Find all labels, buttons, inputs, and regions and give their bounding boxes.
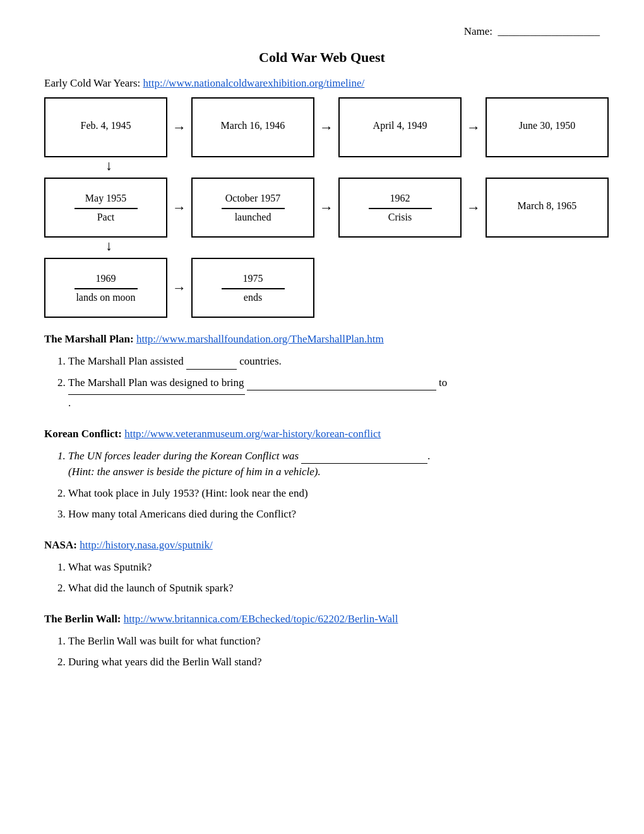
timeline-row-2: May 1955 Pact → October 1957 launched → … <box>44 178 600 238</box>
timeline-box-2b: October 1957 launched <box>191 178 314 238</box>
berlin-wall-questions: The Berlin Wall was built for what funct… <box>68 633 600 670</box>
arrow-right-5: → <box>319 200 333 216</box>
early-cold-war-label: Early Cold War Years: <box>44 77 140 89</box>
berlin-wall-link[interactable]: http://www.britannica.com/EBchecked/topi… <box>124 613 398 625</box>
korean-conflict-link[interactable]: http://www.veteranmuseum.org/war-history… <box>124 428 381 440</box>
berlin-wall-section: The Berlin Wall: http://www.britannica.c… <box>44 613 600 670</box>
down-connector-2: ↓ <box>105 238 600 258</box>
berlin-wall-label: The Berlin Wall: <box>44 613 121 625</box>
nasa-q1: What was Sputnik? <box>68 559 600 576</box>
early-cold-war-section: Early Cold War Years: http://www.nationa… <box>44 77 600 318</box>
korean-conflict-section: Korean Conflict: http://www.veteranmuseu… <box>44 428 600 523</box>
berlin-wall-q2: During what years did the Berlin Wall st… <box>68 654 600 670</box>
early-cold-war-link[interactable]: http://www.nationalcoldwarexhibition.org… <box>143 77 365 89</box>
name-line: Name: ___________________ <box>44 25 600 38</box>
nasa-section: NASA: http://history.nasa.gov/sputnik/ W… <box>44 539 600 596</box>
nasa-link[interactable]: http://history.nasa.gov/sputnik/ <box>80 539 212 551</box>
marshall-plan-header: The Marshall Plan: http://www.marshallfo… <box>44 333 600 346</box>
marshall-plan-questions: The Marshall Plan assisted countries. Th… <box>68 353 600 411</box>
marshall-plan-q2: The Marshall Plan was designed to bring … <box>68 375 600 411</box>
korean-conflict-q1: The UN forces leader during the Korean C… <box>68 448 600 480</box>
marshall-plan-link[interactable]: http://www.marshallfoundation.org/TheMar… <box>136 333 384 345</box>
timeline-box-3a: 1969 lands on moon <box>44 258 167 318</box>
marshall-plan-section: The Marshall Plan: http://www.marshallfo… <box>44 333 600 411</box>
korean-conflict-label: Korean Conflict: <box>44 428 122 440</box>
timeline-box-1a: Feb. 4, 1945 <box>44 97 167 157</box>
arrow-right-7: → <box>172 280 186 296</box>
nasa-header: NASA: http://history.nasa.gov/sputnik/ <box>44 539 600 552</box>
early-cold-war-header: Early Cold War Years: http://www.nationa… <box>44 77 600 90</box>
name-label: Name: <box>464 25 492 37</box>
korean-conflict-header: Korean Conflict: http://www.veteranmuseu… <box>44 428 600 440</box>
timeline-box-2a: May 1955 Pact <box>44 178 167 238</box>
marshall-plan-q1: The Marshall Plan assisted countries. <box>68 353 600 370</box>
timeline-box-1d: June 30, 1950 <box>486 97 609 157</box>
korean-conflict-q2: What took place in July 1953? (Hint: loo… <box>68 485 600 502</box>
arrow-right-3: → <box>467 119 480 136</box>
arrow-down-2: ↓ <box>105 238 112 254</box>
arrow-right-2: → <box>319 119 333 136</box>
timeline-box-1c: April 4, 1949 <box>338 97 462 157</box>
nasa-label: NASA: <box>44 539 77 551</box>
timeline-box-3b: 1975 ends <box>191 258 314 318</box>
marshall-plan-label: The Marshall Plan: <box>44 333 134 345</box>
down-connector-1: ↓ <box>105 157 600 178</box>
timeline-row-1: Feb. 4, 1945 → March 16, 1946 → April 4,… <box>44 97 600 157</box>
name-blank: ___________________ <box>495 25 600 37</box>
timeline-box-2c: 1962 Crisis <box>338 178 462 238</box>
korean-conflict-questions: The UN forces leader during the Korean C… <box>68 448 600 523</box>
arrow-right-1: → <box>172 119 186 136</box>
arrow-right-4: → <box>172 200 186 216</box>
timeline-box-1b: March 16, 1946 <box>191 97 314 157</box>
nasa-q2: What did the launch of Sputnik spark? <box>68 580 600 596</box>
berlin-wall-q1: The Berlin Wall was built for what funct… <box>68 633 600 650</box>
korean-hint: (Hint: the answer is beside the picture … <box>68 466 321 478</box>
timeline-row-3: 1969 lands on moon → 1975 ends <box>44 258 600 318</box>
page-title: Cold War Web Quest <box>44 49 600 66</box>
berlin-wall-header: The Berlin Wall: http://www.britannica.c… <box>44 613 600 626</box>
arrow-right-6: → <box>467 200 480 216</box>
arrow-down-1: ↓ <box>105 157 112 174</box>
timeline-box-2d: March 8, 1965 <box>486 178 609 238</box>
korean-conflict-q3: How many total Americans died during the… <box>68 506 600 523</box>
nasa-questions: What was Sputnik? What did the launch of… <box>68 559 600 596</box>
